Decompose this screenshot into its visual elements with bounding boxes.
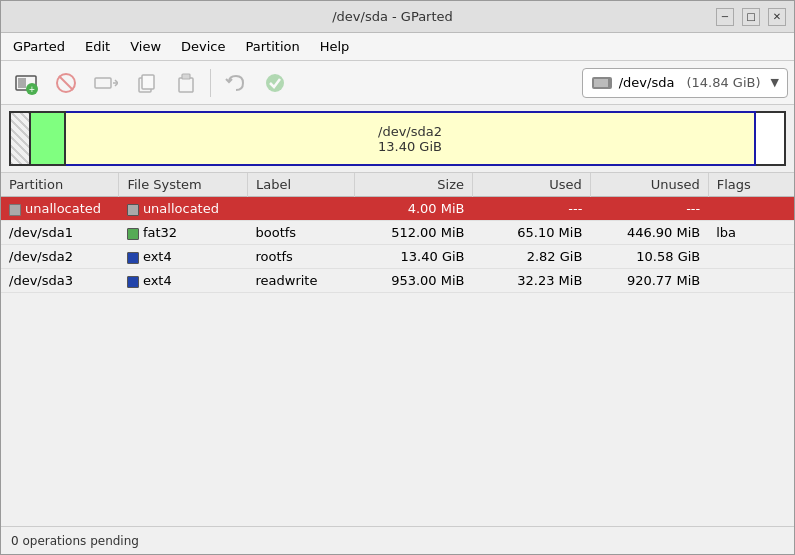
partition-visual: /dev/sda2 13.40 GiB bbox=[1, 105, 794, 173]
cell-size: 4.00 MiB bbox=[355, 197, 473, 221]
minimize-button[interactable]: − bbox=[716, 8, 734, 26]
menu-bar: GParted Edit View Device Partition Help bbox=[1, 33, 794, 61]
status-bar: 0 operations pending bbox=[1, 526, 794, 554]
fs-color-icon bbox=[127, 228, 139, 240]
col-header-used: Used bbox=[473, 173, 591, 197]
cell-flags bbox=[708, 245, 794, 269]
partition-table: Partition File System Label Size Used Un… bbox=[1, 173, 794, 526]
cell-filesystem: unallocated bbox=[119, 197, 248, 221]
menu-partition[interactable]: Partition bbox=[238, 36, 308, 57]
toolbar: + bbox=[1, 61, 794, 105]
cell-unused: 446.90 MiB bbox=[590, 221, 708, 245]
window-title: /dev/sda - GParted bbox=[69, 9, 716, 24]
table-row[interactable]: /dev/sda1fat32bootfs512.00 MiB65.10 MiB4… bbox=[1, 221, 794, 245]
cell-flags bbox=[708, 269, 794, 293]
window-controls[interactable]: − □ ✕ bbox=[716, 8, 786, 26]
svg-line-5 bbox=[59, 76, 73, 90]
cell-partition: /dev/sda2 bbox=[1, 245, 119, 269]
fs-color-icon bbox=[127, 204, 139, 216]
title-bar: /dev/sda - GParted − □ ✕ bbox=[1, 1, 794, 33]
cell-flags: lba bbox=[708, 221, 794, 245]
pv-sda2: /dev/sda2 13.40 GiB bbox=[66, 111, 756, 166]
cell-size: 512.00 MiB bbox=[355, 221, 473, 245]
pv-unallocated-left bbox=[9, 111, 31, 166]
cell-unused: 920.77 MiB bbox=[590, 269, 708, 293]
table-row[interactable]: /dev/sda2ext4rootfs13.40 GiB2.82 GiB10.5… bbox=[1, 245, 794, 269]
cell-filesystem: ext4 bbox=[119, 269, 248, 293]
cell-unused: 10.58 GiB bbox=[590, 245, 708, 269]
cell-partition: unallocated bbox=[1, 197, 119, 221]
cell-used: 2.82 GiB bbox=[473, 245, 591, 269]
cell-partition: /dev/sda1 bbox=[1, 221, 119, 245]
col-header-size: Size bbox=[355, 173, 473, 197]
table-body: unallocatedunallocated4.00 MiB------/dev… bbox=[1, 197, 794, 293]
cell-label bbox=[247, 197, 354, 221]
cell-size: 953.00 MiB bbox=[355, 269, 473, 293]
svg-rect-1 bbox=[18, 78, 26, 88]
cell-label: bootfs bbox=[247, 221, 354, 245]
menu-gparted[interactable]: GParted bbox=[5, 36, 73, 57]
menu-view[interactable]: View bbox=[122, 36, 169, 57]
pv-sda2-size: 13.40 GiB bbox=[378, 139, 442, 154]
table-row[interactable]: unallocatedunallocated4.00 MiB------ bbox=[1, 197, 794, 221]
new-partition-button[interactable]: + bbox=[7, 66, 45, 100]
apply-button[interactable] bbox=[256, 66, 294, 100]
fs-color-icon bbox=[127, 252, 139, 264]
device-dropdown-icon[interactable]: ▼ bbox=[771, 76, 779, 89]
delete-button[interactable] bbox=[47, 66, 85, 100]
svg-rect-10 bbox=[179, 78, 193, 92]
svg-rect-14 bbox=[594, 79, 608, 87]
pv-sda2-label: /dev/sda2 bbox=[378, 124, 442, 139]
menu-edit[interactable]: Edit bbox=[77, 36, 118, 57]
col-header-partition: Partition bbox=[1, 173, 119, 197]
cell-partition: /dev/sda3 bbox=[1, 269, 119, 293]
resize-button[interactable] bbox=[87, 66, 125, 100]
col-header-flags: Flags bbox=[708, 173, 794, 197]
cell-flags bbox=[708, 197, 794, 221]
cell-size: 13.40 GiB bbox=[355, 245, 473, 269]
table-header: Partition File System Label Size Used Un… bbox=[1, 173, 794, 197]
status-text: 0 operations pending bbox=[11, 534, 139, 548]
device-size: (14.84 GiB) bbox=[686, 75, 760, 90]
copy-button[interactable] bbox=[127, 66, 165, 100]
col-header-unused: Unused bbox=[590, 173, 708, 197]
table-row[interactable]: /dev/sda3ext4readwrite953.00 MiB32.23 Mi… bbox=[1, 269, 794, 293]
pv-sda1 bbox=[31, 111, 66, 166]
fs-color-icon bbox=[9, 204, 21, 216]
cell-filesystem: ext4 bbox=[119, 245, 248, 269]
device-path: /dev/sda bbox=[619, 75, 675, 90]
cell-label: readwrite bbox=[247, 269, 354, 293]
svg-text:+: + bbox=[29, 84, 35, 95]
cell-used: --- bbox=[473, 197, 591, 221]
pv-sda3 bbox=[756, 111, 786, 166]
col-header-label: Label bbox=[247, 173, 354, 197]
fs-color-icon bbox=[127, 276, 139, 288]
cell-label: rootfs bbox=[247, 245, 354, 269]
toolbar-separator-1 bbox=[210, 69, 211, 97]
cell-used: 65.10 MiB bbox=[473, 221, 591, 245]
close-button[interactable]: ✕ bbox=[768, 8, 786, 26]
svg-rect-9 bbox=[142, 75, 154, 89]
menu-device[interactable]: Device bbox=[173, 36, 233, 57]
restore-button[interactable]: □ bbox=[742, 8, 760, 26]
svg-rect-6 bbox=[95, 78, 111, 88]
col-header-filesystem: File System bbox=[119, 173, 248, 197]
device-selector[interactable]: /dev/sda (14.84 GiB) ▼ bbox=[582, 68, 788, 98]
cell-unused: --- bbox=[590, 197, 708, 221]
cell-used: 32.23 MiB bbox=[473, 269, 591, 293]
svg-point-12 bbox=[266, 74, 284, 92]
svg-rect-11 bbox=[182, 74, 190, 79]
paste-button[interactable] bbox=[167, 66, 205, 100]
cell-filesystem: fat32 bbox=[119, 221, 248, 245]
menu-help[interactable]: Help bbox=[312, 36, 358, 57]
undo-button[interactable] bbox=[216, 66, 254, 100]
